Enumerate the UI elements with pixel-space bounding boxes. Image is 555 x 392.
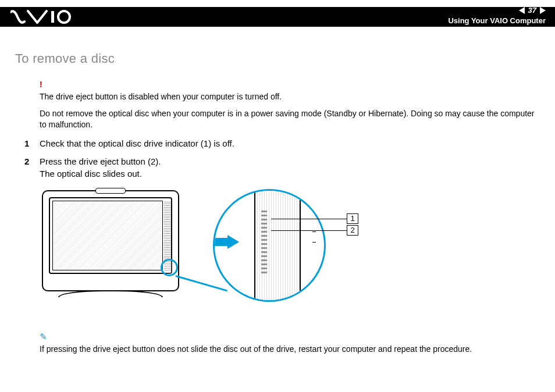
callout-source-circle bbox=[161, 259, 178, 276]
warning-line-1: The drive eject button is disabled when … bbox=[40, 91, 540, 102]
step-text: Press the drive eject button (2). The op… bbox=[40, 155, 161, 180]
side-panel-drawing bbox=[254, 189, 301, 302]
warning-block: ! The drive eject button is disabled whe… bbox=[40, 79, 540, 130]
vaio-logo bbox=[0, 7, 80, 27]
step-2: 2 Press the drive eject button (2). The … bbox=[24, 155, 540, 180]
callout-line-1 bbox=[271, 219, 347, 219]
step-number: 2 bbox=[24, 155, 40, 180]
step-list: 1 Check that the optical disc drive indi… bbox=[24, 137, 540, 180]
step-text: Check that the optical disc drive indica… bbox=[40, 137, 234, 149]
next-page-button[interactable] bbox=[540, 7, 546, 14]
warning-icon: ! bbox=[40, 79, 540, 90]
illustration: 1 2 bbox=[40, 188, 365, 320]
prev-page-button[interactable] bbox=[519, 7, 525, 14]
page-heading: To remove a disc bbox=[15, 51, 540, 66]
callout-line-2 bbox=[271, 230, 347, 231]
warning-line-2: Do not remove the optical disc when your… bbox=[40, 108, 540, 130]
step-number: 1 bbox=[24, 137, 40, 149]
note-icon: ✎ bbox=[40, 331, 540, 343]
detail-circle bbox=[213, 189, 326, 302]
monitor-drawing bbox=[42, 190, 179, 291]
page-nav: 37 bbox=[519, 6, 546, 15]
callout-leader-line bbox=[176, 275, 227, 291]
note-text: If pressing the drive eject button does … bbox=[40, 344, 472, 354]
page-content: To remove a disc ! The drive eject butto… bbox=[15, 51, 540, 355]
step-1: 1 Check that the optical disc drive indi… bbox=[24, 137, 540, 149]
header-bar: 37 Using Your VAIO Computer bbox=[0, 7, 555, 27]
vaio-logo-svg bbox=[10, 10, 80, 24]
svg-rect-0 bbox=[51, 11, 54, 23]
callout-label-1: 1 bbox=[347, 213, 358, 224]
eject-arrow-icon bbox=[227, 235, 239, 249]
section-title: Using Your VAIO Computer bbox=[448, 16, 546, 25]
callout-label-2: 2 bbox=[347, 225, 358, 236]
note-block: ✎ If pressing the drive eject button doe… bbox=[40, 331, 540, 355]
page-number: 37 bbox=[528, 6, 536, 15]
svg-point-1 bbox=[58, 11, 70, 23]
